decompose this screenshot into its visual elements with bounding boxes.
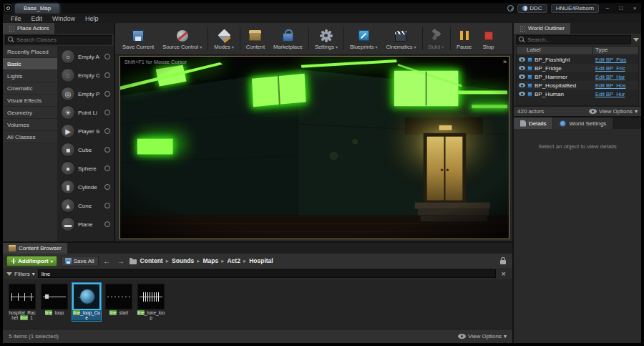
asset-item[interactable]: line_loop_Cue (72, 282, 102, 322)
toolbar-button[interactable] (343, 27, 344, 50)
outliner-view-options-button[interactable]: View Options ▾ (589, 108, 638, 115)
column-header-type[interactable]: Type (592, 47, 638, 54)
level-viewport[interactable]: Shift+F1 for Mouse Cursor » (119, 56, 509, 239)
clear-filter-icon[interactable] (499, 269, 509, 278)
category-item[interactable]: Recently Placed (3, 46, 57, 58)
visibility-eye-icon[interactable] (519, 75, 525, 79)
add-import-button[interactable]: Add/Import ▾ (6, 256, 57, 266)
category-item[interactable]: Visual Effects (3, 95, 57, 107)
toolbar-button[interactable]: Cinematics (381, 27, 420, 51)
toolbar-button[interactable]: Source Control (158, 27, 206, 51)
caret-down-icon: ▾ (51, 259, 53, 264)
outliner-actor-row[interactable]: BP_Human Edit BP_Hur (517, 90, 638, 98)
asset-search-input[interactable] (42, 271, 492, 277)
menu-item[interactable]: Edit (26, 15, 48, 22)
placeable-actor-item[interactable]: ☀ Point Li (59, 103, 112, 122)
placeable-actor-item[interactable]: ▬ Plane (59, 215, 112, 234)
close-button[interactable]: × (630, 4, 640, 12)
outliner-actor-row[interactable]: BP_Fridge Edit BP_Fric (517, 64, 638, 72)
edit-blueprint-link[interactable]: Edit BP_Hur (595, 91, 638, 97)
toolbar-button[interactable] (208, 27, 208, 50)
toolbar-button[interactable] (308, 27, 309, 50)
placeable-actor-item[interactable]: ▲ Cone (59, 196, 112, 215)
back-arrow-icon[interactable] (102, 257, 112, 265)
toolbar-button[interactable]: Save Current (118, 27, 158, 51)
placeable-actor-item[interactable]: ▶ Player S (59, 122, 112, 140)
placeable-actor-item[interactable]: ◌ Empty C (59, 66, 112, 85)
toolbar-button[interactable]: Pause (452, 27, 477, 51)
category-item[interactable]: Lights (3, 70, 57, 82)
place-actors-search-input[interactable] (16, 37, 109, 43)
placeable-actor-item[interactable]: ○ Empty A (59, 47, 112, 66)
toolbar-button[interactable] (240, 27, 240, 50)
filters-button[interactable]: Filters ▾ (6, 271, 35, 277)
menu-item[interactable]: Window (47, 15, 80, 22)
outliner-filter-icon[interactable] (633, 38, 639, 42)
actor-count-text: 420 actors (517, 108, 544, 115)
category-item[interactable]: All Classes (3, 131, 57, 143)
outliner-actor-row[interactable]: BP_Hammer Edit BP_Har (517, 72, 638, 81)
category-item[interactable]: Cinematic (3, 82, 57, 95)
visibility-eye-icon[interactable] (519, 92, 525, 96)
edit-blueprint-link[interactable]: Edit BP_Fric (595, 65, 638, 72)
asset-thumbnail (137, 284, 165, 309)
placeable-actor-item[interactable]: ▮ Cylinde (59, 178, 112, 196)
edit-blueprint-link[interactable]: Edit BP_Flas (595, 57, 638, 63)
expand-panel-chevrons[interactable]: » (503, 58, 507, 65)
edit-blueprint-link[interactable]: Edit BP_Har (595, 74, 638, 80)
placeable-actor-item[interactable]: ● Sphere (59, 159, 112, 178)
placeable-actor-item[interactable]: ■ Cube (59, 140, 112, 159)
visibility-eye-icon[interactable] (519, 66, 525, 70)
content-browser-tab[interactable]: Content Browser (3, 243, 67, 254)
maximize-button[interactable]: □ (616, 4, 626, 12)
ddc-button[interactable]: DDC (517, 4, 547, 13)
breadcrumb-item[interactable]: Hospital (240, 257, 273, 264)
toolbar-button[interactable]: Content (242, 27, 269, 51)
toolbar-button[interactable]: Settings (311, 27, 342, 51)
placeable-actor-item[interactable]: ◎ Empty P (59, 85, 112, 103)
breadcrumb-item[interactable]: Content (140, 257, 163, 264)
toolbar-button[interactable] (450, 27, 451, 50)
caret-down-icon (375, 44, 377, 49)
world-outliner-icon (519, 26, 525, 32)
menu-item[interactable]: File (6, 15, 26, 22)
place-actors-tab[interactable]: Place Actors (3, 23, 54, 34)
toolbar-button[interactable] (422, 27, 423, 50)
asset-item[interactable]: line_tone_loop (136, 282, 166, 322)
toolbar-button[interactable]: Modes (210, 27, 238, 51)
save-all-button[interactable]: Save All (61, 256, 99, 266)
level-tab[interactable]: Base_Map (15, 4, 59, 14)
forward-arrow-icon[interactable] (116, 257, 126, 265)
asset-item[interactable]: line_start (104, 282, 134, 317)
toolbar-button[interactable]: Build (424, 27, 449, 51)
toolbar-button[interactable]: Stop (477, 27, 501, 51)
world-outliner-tab[interactable]: World Outliner (514, 23, 570, 34)
session-name-button[interactable]: HNUE4Reborn (551, 4, 599, 13)
category-item[interactable]: Geometry (3, 107, 57, 119)
asset-thumbnail (41, 284, 68, 309)
visibility-eye-icon[interactable] (519, 57, 525, 62)
breadcrumb-item[interactable]: Sounds (163, 257, 194, 264)
toolbar-button[interactable]: Marketplace (269, 27, 307, 51)
edit-blueprint-link[interactable]: Edit BP_Hos (595, 82, 638, 89)
breadcrumb-item[interactable]: Maps (194, 257, 218, 264)
viewport-3d-scene[interactable] (120, 57, 509, 239)
outliner-actor-row[interactable]: BP_HospitalBed Edit BP_Hos (517, 81, 638, 90)
asset-item[interactable]: hospital_Rachel_line_1 (7, 282, 37, 322)
minimize-button[interactable]: − (602, 4, 613, 12)
visibility-eye-icon[interactable] (519, 83, 525, 87)
column-header-label[interactable]: Label (517, 47, 592, 54)
menu-bar: FileEditWindowHelp (3, 14, 641, 23)
outliner-search-input[interactable] (527, 37, 628, 43)
menu-item[interactable]: Help (80, 15, 104, 22)
details-panel-tab[interactable]: Details (514, 117, 552, 129)
outliner-actor-row[interactable]: BP_Flashlight Edit BP_Flas (517, 55, 638, 64)
view-options-button[interactable]: View Options ▾ (458, 333, 507, 340)
breadcrumb-item[interactable]: Act2 (218, 257, 240, 264)
asset-item[interactable]: line_loop (39, 282, 69, 317)
details-panel-tab[interactable]: World Settings (553, 117, 613, 129)
toolbar-button[interactable]: Blueprints (346, 27, 381, 51)
lock-icon[interactable] (500, 260, 506, 264)
category-item[interactable]: Volumes (3, 119, 57, 131)
category-item[interactable]: Basic (3, 58, 57, 70)
